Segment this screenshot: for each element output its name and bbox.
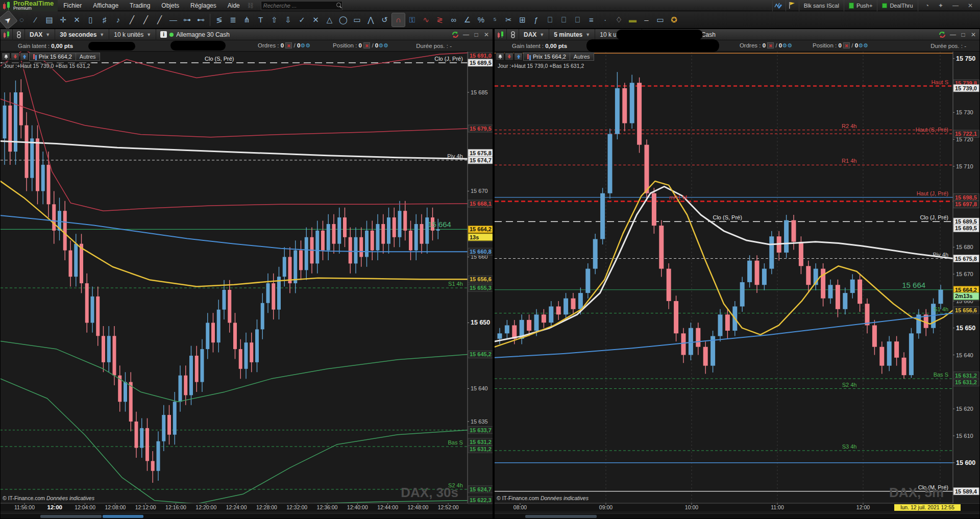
triangle-tool-icon[interactable]: △	[323, 13, 336, 27]
arrow-down-tool-icon[interactable]: ⇩	[281, 13, 295, 27]
text-tool-icon[interactable]: T	[254, 13, 267, 27]
cancel-orders-icon[interactable]: ✖	[285, 42, 292, 48]
flag-icon[interactable]	[786, 0, 799, 11]
close-window-button[interactable]: ✕	[969, 31, 977, 38]
trendline-tool-icon[interactable]: ╱	[125, 13, 139, 27]
point-tool-icon[interactable]: ∙	[598, 13, 612, 27]
lock-tool-icon[interactable]: ⚿	[405, 13, 419, 27]
chart2-scrollbar[interactable]	[495, 513, 979, 518]
refresh-icon[interactable]	[451, 31, 460, 39]
arrow-up-tool-icon[interactable]: ⇧	[267, 13, 281, 27]
fibonacci-tool-icon[interactable]: ≶	[212, 13, 226, 27]
magnet-tool-icon[interactable]: ∩	[391, 13, 405, 27]
tab-autres[interactable]: Autres	[570, 53, 594, 61]
minimize-window-button[interactable]: —	[949, 31, 957, 38]
area-tool-icon[interactable]: ▭	[653, 13, 667, 27]
chart-type-icon[interactable]	[495, 29, 507, 40]
rectangle-tool-icon[interactable]: ▭	[350, 13, 364, 27]
chart-type-icon[interactable]	[1, 29, 13, 40]
position-settings-icon[interactable]: ⚙⚙	[378, 42, 388, 48]
scrollbar-thumb[interactable]	[525, 515, 597, 518]
hline-tool-icon[interactable]: —	[166, 13, 180, 27]
close-position-icon[interactable]: ✖	[843, 42, 850, 48]
tab-prix[interactable]: Prix 15 664,2	[29, 53, 76, 61]
alarm-off-tool-icon[interactable]: ♯	[97, 13, 111, 27]
menu-objets[interactable]: Objets	[156, 0, 185, 11]
menu-reglages[interactable]: Réglages	[185, 0, 222, 11]
settings-tools[interactable]: ✕	[70, 13, 84, 27]
search-icon[interactable]	[336, 3, 340, 9]
frame-tool-icon[interactable]: ⎕	[543, 13, 557, 27]
close-position-icon[interactable]: ✖	[363, 42, 370, 48]
alarm-bell-icon[interactable]	[2, 53, 10, 61]
angle-tool-icon[interactable]: ∠	[460, 13, 474, 27]
alarm-bell-icon[interactable]	[496, 53, 504, 61]
timeframe-dropdown[interactable]: 30 secondes▼	[55, 29, 109, 40]
ruler-tool-icon[interactable]: ⁄	[29, 13, 42, 27]
indicator-f-tool-icon[interactable]: ƒ	[529, 13, 543, 27]
symbol-dropdown[interactable]: DAX▼	[519, 29, 549, 40]
chart1-plot-area[interactable]: Prix 15 664,2 Autres Jour :+Haut 15 739,…	[1, 52, 493, 513]
frame3-tool-icon[interactable]: ⎕	[571, 13, 584, 27]
move-tool-icon[interactable]: ✛	[56, 13, 70, 27]
tab-prix[interactable]: Prix 15 664,2	[523, 53, 570, 61]
levels-tool-icon[interactable]: ≣	[226, 13, 240, 27]
menu-trading[interactable]: Trading	[124, 0, 156, 11]
delete-tool-icon[interactable]: ▯	[84, 13, 97, 27]
orders-settings-icon[interactable]: ⚙⚙	[782, 42, 792, 48]
link-tool-icon[interactable]: ∞	[447, 13, 460, 27]
zone-tool-icon[interactable]: ⊞	[516, 13, 529, 27]
buy-arrow-icon[interactable]	[20, 53, 29, 61]
frame2-tool-icon[interactable]: ⎕	[557, 13, 571, 27]
buy-arrow-icon[interactable]	[514, 53, 523, 61]
search-box[interactable]	[261, 1, 342, 10]
like-tool-icon[interactable]: ♢	[612, 13, 626, 27]
chart2-plot-area[interactable]: Prix 15 664,2 Autres Jour :+Haut 15 739,…	[495, 52, 979, 513]
close-app-button[interactable]: ✕	[965, 2, 975, 9]
count-tool-icon[interactable]: ⁵	[488, 13, 502, 27]
maximize-window-button[interactable]: □	[472, 31, 480, 38]
scrollbar-range[interactable]	[103, 515, 143, 518]
maximize-window-button[interactable]: □	[959, 31, 967, 38]
trendline2-tool-icon[interactable]: ╱	[139, 13, 153, 27]
cycles-tool-icon[interactable]: ✂	[502, 13, 516, 27]
chart1-canvas[interactable]: Clo (S, Pré)Clo (J, Pré)Piv 4h15 664S1 4…	[1, 52, 493, 511]
ray-tool-icon[interactable]: ⊷	[194, 13, 208, 27]
tab-autres[interactable]: Autres	[76, 53, 100, 61]
alarm-tool-icon[interactable]: ♪	[111, 13, 125, 27]
percent-tool-icon[interactable]: %	[474, 13, 488, 27]
refresh-icon[interactable]	[938, 31, 947, 39]
minimize-app-button[interactable]: —	[950, 2, 961, 9]
segment-tool-icon[interactable]: ⊶	[180, 13, 194, 27]
pattern-tool-icon[interactable]: ≷	[433, 13, 447, 27]
info-icon[interactable]: i	[160, 31, 167, 38]
trendline3-tool-icon[interactable]: ╱	[153, 13, 166, 27]
highlight-tool-icon[interactable]: ▬	[626, 13, 640, 27]
validate-tool-icon[interactable]: ✓	[295, 13, 309, 27]
symbol-dropdown[interactable]: DAX▼	[25, 29, 55, 40]
menu-fichier[interactable]: Fichier	[58, 0, 87, 11]
hseg-tool-icon[interactable]: –	[640, 13, 653, 27]
zigzag-tool-icon[interactable]: ∿	[419, 13, 433, 27]
timeframe-dropdown[interactable]: 5 minutes▼	[549, 29, 595, 40]
stats-tool-icon[interactable]: ≡	[584, 13, 598, 27]
menu-affichage[interactable]: Affichage	[87, 0, 124, 11]
copy-tool-icon[interactable]: ▤	[42, 13, 56, 27]
pin-icon[interactable]: ✦	[936, 2, 946, 9]
pitchfork-tool-icon[interactable]: ⋔	[240, 13, 254, 27]
close-window-button[interactable]: ✕	[482, 31, 491, 38]
sell-arrow-icon[interactable]	[505, 53, 513, 61]
scrollbar-thumb[interactable]	[40, 515, 102, 518]
link-chain-icon[interactable]	[13, 29, 25, 40]
sell-arrow-icon[interactable]	[11, 53, 19, 61]
chart1-scrollbar[interactable]	[1, 513, 493, 518]
cancel-tool-icon[interactable]: ✕	[309, 13, 323, 27]
link-chain-icon[interactable]	[507, 29, 519, 40]
ellipse-tool-icon[interactable]: ◯	[336, 13, 350, 27]
menu-aide[interactable]: Aide	[222, 0, 246, 11]
chart2-canvas[interactable]: Haut SR2 4hHaut (S, Pré)R1 4hHaut (J, Pr…	[495, 52, 979, 511]
position-settings-icon[interactable]: ⚙⚙	[858, 42, 868, 48]
workspace-selector[interactable]: Blk sans IScal	[799, 0, 844, 11]
colorwheel-tool-icon[interactable]: ✪	[667, 13, 681, 27]
units-dropdown[interactable]: 10 k unités▼	[109, 29, 156, 40]
